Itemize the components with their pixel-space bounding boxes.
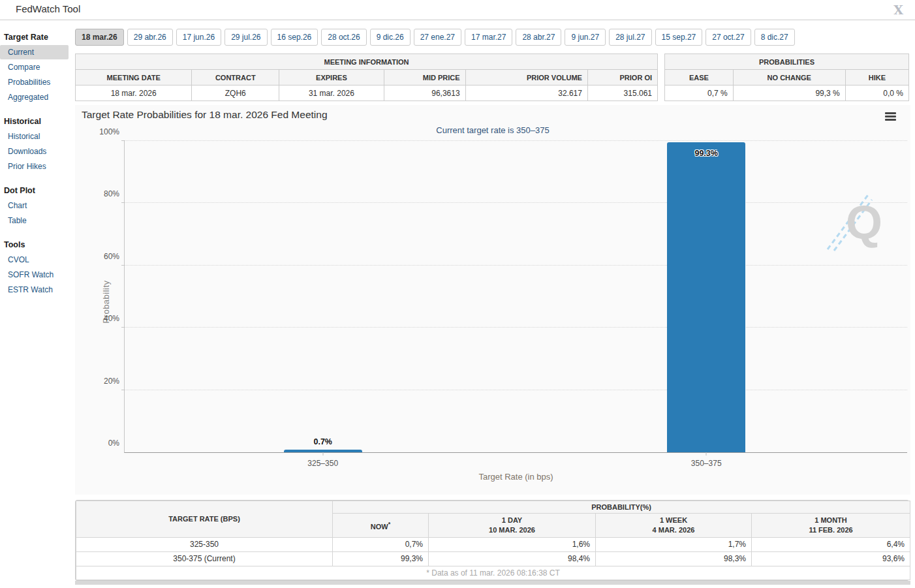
- rate-cell: 325-350: [76, 537, 333, 551]
- tab-meeting-date[interactable]: 27 oct.27: [706, 29, 751, 46]
- meeting-date-tabs: 18 mar.26 29 abr.26 17 jun.26 29 jul.26 …: [75, 29, 910, 46]
- y-tick-40: 40%: [104, 314, 119, 323]
- y-tick-100: 100%: [99, 127, 119, 136]
- expires-value: 31 mar. 2026: [279, 85, 384, 101]
- col-ease: EASE: [665, 70, 734, 85]
- quikstrike-watermark-logo: Q: [826, 181, 889, 253]
- sidebar-item-prior-hikes[interactable]: Prior Hikes: [0, 159, 69, 174]
- table-row: 350-375 (Current) 99,3% 98,4% 98,3% 93,6…: [76, 551, 910, 566]
- tab-meeting-date[interactable]: 8 dic.27: [754, 29, 795, 46]
- col-hike: HIKE: [845, 70, 908, 85]
- now-cell: 99,3%: [333, 551, 429, 566]
- tab-meeting-date[interactable]: 28 jul.27: [609, 29, 651, 46]
- sidebar-item-historical[interactable]: Historical: [0, 129, 69, 144]
- col-meeting-date: MEETING DATE: [76, 70, 192, 85]
- sidebar-header-dot-plot: Dot Plot: [0, 183, 75, 198]
- month-cell: 93,6%: [752, 551, 910, 566]
- tab-meeting-date[interactable]: 29 abr.26: [127, 29, 173, 46]
- y-tick-60: 60%: [104, 252, 119, 261]
- col-mid-price: MID PRICE: [384, 70, 465, 85]
- sidebar-section-tools: Tools CVOL SOFR Watch ESTR Watch: [0, 238, 75, 297]
- gridline-40: [125, 327, 907, 328]
- group-header-probability: PROBABILITY(%): [333, 501, 910, 514]
- top-bar: FedWatch Tool X: [0, 0, 915, 20]
- week-cell: 1,7%: [596, 537, 752, 551]
- tab-meeting-date[interactable]: 16 sep.26: [271, 29, 318, 46]
- y-tickmark: [121, 390, 125, 390]
- x-share-icon[interactable]: X: [893, 3, 903, 17]
- mid-price-value: 96,3613: [384, 85, 465, 101]
- meeting-information-table: MEETING INFORMATION MEETING DATE CONTRAC…: [75, 54, 658, 101]
- tab-meeting-date[interactable]: 17 jun.26: [176, 29, 221, 46]
- tab-meeting-date[interactable]: 9 jun.27: [565, 29, 606, 46]
- gridline-100: [125, 140, 907, 141]
- chart-menu-icon[interactable]: [885, 112, 896, 122]
- x-category-350-375: 350–375: [691, 459, 722, 468]
- contract-value: ZQH6: [192, 85, 279, 101]
- y-tick-20: 20%: [104, 377, 119, 386]
- bar-350-375[interactable]: [667, 142, 745, 452]
- tab-meeting-date[interactable]: 17 mar.27: [465, 29, 512, 46]
- col-1-month: 1 MONTH11 FEB. 2026: [752, 514, 910, 538]
- sidebar-header-tools: Tools: [0, 238, 75, 252]
- tab-meeting-date[interactable]: 28 abr.27: [516, 29, 561, 46]
- hike-value: 0,0 %: [845, 85, 908, 101]
- sidebar-section-target-rate: Target Rate Current Compare Probabilitie…: [0, 30, 75, 104]
- sidebar-item-downloads[interactable]: Downloads: [0, 144, 69, 159]
- prior-oi-value: 315.061: [587, 85, 657, 101]
- bar-value-label: 99.3%: [667, 149, 745, 158]
- now-cell: 0,7%: [333, 537, 429, 551]
- y-tickmark: [121, 202, 125, 203]
- month-cell: 6,4%: [752, 537, 910, 551]
- sidebar-item-sofr-watch[interactable]: SOFR Watch: [0, 268, 69, 282]
- prior-volume-value: 32.617: [465, 85, 587, 101]
- plot-area: Probability 0% 20% 40% 60% 80% 100% 0.7%: [124, 141, 907, 453]
- sidebar-item-probabilities[interactable]: Probabilities: [0, 75, 69, 89]
- gridline-60: [125, 265, 907, 266]
- day-cell: 1,6%: [429, 537, 596, 551]
- tab-meeting-date[interactable]: 27 ene.27: [414, 29, 461, 46]
- day-cell: 98,4%: [429, 551, 596, 566]
- sidebar-item-aggregated[interactable]: Aggregated: [0, 90, 69, 104]
- no-change-value: 99,3 %: [733, 85, 845, 101]
- x-category-325-350: 325–350: [307, 459, 338, 468]
- meeting-info-title: MEETING INFORMATION: [76, 54, 658, 70]
- sidebar-item-chart[interactable]: Chart: [0, 198, 69, 213]
- y-tick-0: 0%: [108, 439, 119, 448]
- col-no-change: NO CHANGE: [733, 70, 845, 85]
- info-tables-row: MEETING INFORMATION MEETING DATE CONTRAC…: [75, 54, 910, 101]
- week-cell: 98,3%: [596, 551, 752, 566]
- col-target-rate-bps: TARGET RATE (BPS): [76, 501, 333, 538]
- y-tickmark: [121, 327, 125, 328]
- sidebar: Target Rate Current Compare Probabilitie…: [0, 20, 75, 298]
- probabilities-title: PROBABILITIES: [665, 54, 909, 70]
- sidebar-item-cvol[interactable]: CVOL: [0, 253, 69, 267]
- tab-meeting-date[interactable]: 28 oct.26: [321, 29, 366, 46]
- sidebar-item-compare[interactable]: Compare: [0, 60, 69, 74]
- bar-value-label: 0.7%: [284, 437, 362, 446]
- col-1-week: 1 WEEK4 MAR. 2026: [596, 514, 752, 538]
- x-axis-title: Target Rate (in bps): [125, 472, 907, 482]
- col-1-day: 1 DAY10 MAR. 2026: [429, 514, 596, 538]
- col-expires: EXPIRES: [279, 70, 384, 85]
- tab-meeting-date[interactable]: 18 mar.26: [75, 29, 124, 46]
- sidebar-item-estr-watch[interactable]: ESTR Watch: [0, 283, 69, 297]
- x-tickmark: [322, 452, 323, 456]
- chart-panel: Target Rate Probabilities for 18 mar. 20…: [75, 105, 910, 495]
- main-content: 18 mar.26 29 abr.26 17 jun.26 29 jul.26 …: [75, 20, 910, 585]
- tab-meeting-date[interactable]: 29 jul.26: [225, 29, 267, 46]
- sidebar-section-dot-plot: Dot Plot Chart Table: [0, 183, 75, 228]
- page-title: FedWatch Tool: [16, 3, 80, 14]
- sidebar-header-historical: Historical: [0, 114, 75, 129]
- sidebar-section-historical: Historical Historical Downloads Prior Hi…: [0, 114, 75, 174]
- chart-title: Target Rate Probabilities for 18 mar. 20…: [82, 109, 328, 121]
- bottom-divider: [75, 581, 910, 585]
- col-contract: CONTRACT: [192, 70, 279, 85]
- col-prior-oi: PRIOR OI: [587, 70, 657, 85]
- sidebar-header-target-rate: Target Rate: [0, 30, 75, 44]
- tab-meeting-date[interactable]: 15 sep.27: [655, 29, 703, 46]
- sidebar-item-table[interactable]: Table: [0, 213, 69, 228]
- tab-meeting-date[interactable]: 9 dic.26: [370, 29, 411, 46]
- sidebar-item-current[interactable]: Current: [0, 45, 69, 59]
- chart-subtitle: Current target rate is 350–375: [75, 125, 910, 135]
